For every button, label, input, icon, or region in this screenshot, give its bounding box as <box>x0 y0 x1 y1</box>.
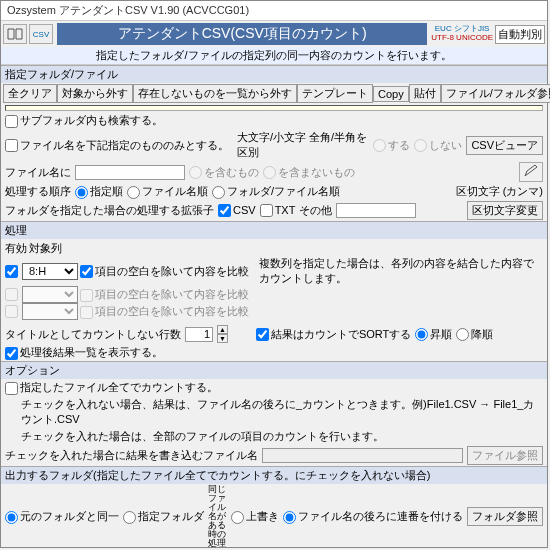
row1-trim-checkbox[interactable]: 項目の空白を除いて内容を比較 <box>80 264 249 279</box>
ext-other-label: その他 <box>299 203 332 218</box>
valid-header: 有効 <box>5 241 27 256</box>
banner-title: アテンダントCSV(CSV項目のカウント) <box>57 23 427 45</box>
csv-icon[interactable]: CSV <box>29 24 53 44</box>
contain-radio[interactable]: を含むもの <box>189 165 259 180</box>
book-icon[interactable] <box>3 24 27 44</box>
showresult-checkbox[interactable]: 処理後結果一覧を表示する。 <box>5 345 163 360</box>
spin-up-icon[interactable]: ▲ <box>217 325 228 334</box>
order-folder-radio[interactable]: フォルダ/ファイル名順 <box>212 184 340 199</box>
overwrite-radio[interactable]: 上書き <box>231 509 279 524</box>
row3-column-select <box>22 303 78 320</box>
option-note1: チェックを入れない場合、結果は、ファイル名の後ろに_カウントとつきます。例)Fi… <box>21 397 543 427</box>
option-note2: チェックを入れた場合は、全部のファイルの項目のカウントを行います。 <box>21 429 384 444</box>
outfile-input <box>262 448 463 463</box>
window-title: Ozsystem アテンダントCSV V1.90 (ACVCCG01) <box>1 1 547 21</box>
case-label: 大文字/小文字 全角/半角を区別 <box>237 130 369 160</box>
section-option: オプション <box>1 361 547 379</box>
description: 指定したフォルダ/ファイルの指定列の同一内容のカウントを行います。 <box>1 47 547 65</box>
order-filename-radio[interactable]: ファイル名順 <box>127 184 208 199</box>
order-label: 処理する順序 <box>5 184 71 199</box>
ext-txt-checkbox[interactable]: TXT <box>260 204 296 218</box>
section-folder: 指定フォルダ/ファイル <box>1 65 547 83</box>
case-no-radio[interactable]: しない <box>414 138 462 153</box>
titlerows-input[interactable] <box>185 327 213 342</box>
out-same-radio[interactable]: 元のフォルダと同一 <box>5 509 119 524</box>
serial-radio[interactable]: ファイル名の後ろに連番を付ける <box>283 509 463 524</box>
subfolder-checkbox[interactable]: サブフォルダ内も検索する。 <box>5 113 163 128</box>
titlerows-label: タイトルとしてカウントしない行数 <box>5 327 181 342</box>
delimiter-change-button[interactable]: 区切文字変更 <box>467 201 543 220</box>
clear-all-button[interactable]: 全クリア <box>3 84 57 103</box>
target-header: 対象列 <box>29 241 62 256</box>
filename-label: ファイル名に <box>5 165 71 180</box>
notcontain-radio[interactable]: を含まないもの <box>263 165 355 180</box>
csv-viewer-button[interactable]: CSVビューア <box>466 136 543 155</box>
encoding-badge: EUC シフトJIS UTF-8 UNICODE <box>431 25 493 43</box>
row1-column-select[interactable]: 8:H <box>22 263 78 280</box>
remove-nonexist-button[interactable]: 存在しないものを一覧から外す <box>133 84 297 103</box>
row3-enable-checkbox[interactable] <box>5 305 18 318</box>
namelimit-checkbox[interactable]: ファイル名を下記指定のもののみとする。 <box>5 138 229 153</box>
allcount-checkbox[interactable]: 指定したファイル全てでカウントする。 <box>5 380 218 395</box>
autodetect-button[interactable]: 自動判別 <box>495 25 545 44</box>
row2-trim-checkbox: 項目の空白を除いて内容を比較 <box>80 287 249 302</box>
template-button[interactable]: テンプレート <box>297 84 373 103</box>
samefile-label: 同じファイル名がある時の処理 <box>208 485 227 548</box>
outfile-label: チェックを入れた場合に結果を書き込むファイル名 <box>5 448 258 463</box>
row2-enable-checkbox[interactable] <box>5 288 18 301</box>
desc-radio[interactable]: 降順 <box>456 327 493 342</box>
ext-other-input[interactable] <box>336 203 416 218</box>
filename-input[interactable] <box>75 165 185 180</box>
browse-button[interactable]: ファイル/フォルダ参照 <box>441 84 550 103</box>
copy-button[interactable]: Copy <box>373 86 409 102</box>
ext-label: フォルダを指定した場合の処理する拡張子 <box>5 203 214 218</box>
delimiter-label: 区切文字 (カンマ) <box>456 184 543 199</box>
order-spec-radio[interactable]: 指定順 <box>75 184 123 199</box>
folder-ref-button[interactable]: フォルダ参照 <box>467 507 543 526</box>
asc-radio[interactable]: 昇順 <box>415 327 452 342</box>
out-spec-radio[interactable]: 指定フォルダ <box>123 509 204 524</box>
row3-trim-checkbox: 項目の空白を除いて内容を比較 <box>80 304 249 319</box>
case-yes-radio[interactable]: する <box>373 138 410 153</box>
sort-checkbox[interactable]: 結果はカウントでSORTする <box>256 327 411 342</box>
paste-button[interactable]: 貼付 <box>409 84 441 103</box>
pencil-icon[interactable] <box>519 162 543 182</box>
section-process: 処理 <box>1 221 547 239</box>
spin-down-icon[interactable]: ▼ <box>217 334 228 343</box>
section-output: 出力するフォルダ(指定したファイル全てでカウントする。にチェックを入れない場合) <box>1 466 547 484</box>
ext-csv-checkbox[interactable]: CSV <box>218 204 256 218</box>
row2-column-select <box>22 286 78 303</box>
multi-col-note: 複数列を指定した場合は、各列の内容を結合した内容でカウントします。 <box>259 256 543 286</box>
exclude-button[interactable]: 対象から外す <box>57 84 133 103</box>
row1-enable-checkbox[interactable] <box>5 265 18 278</box>
path-list[interactable]: C:¥Users¥ozcr7¥Documents¥CSV見本データ¥sjisお客… <box>5 105 543 111</box>
file-ref-button: ファイル参照 <box>467 446 543 465</box>
